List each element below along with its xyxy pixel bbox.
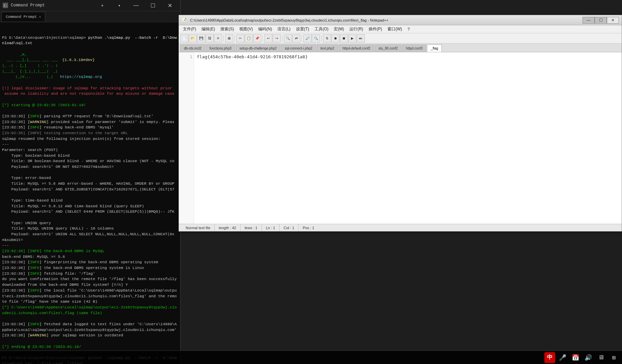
npp-tab-stu80[interactable]: stu_80.conf2 [375,44,402,52]
toolbar-find[interactable]: 🔍 [284,34,292,42]
svg-text:C:: C: [4,4,7,7]
npp-tab-httpdconf[interactable]: httpd.conf3 [402,44,426,52]
npp-tab-httpddefault[interactable]: httpd-default.conf2 [339,44,374,52]
cmd-tab[interactable]: Command Prompt ✕ [1,12,45,21]
menu-macro[interactable]: 宏(M) [331,25,347,33]
status-col: Col : 1 [279,224,299,231]
npp-title-label: C:\Users\14980\AppData\Local\sqlmap\outp… [190,18,580,22]
toolbar-replace[interactable]: ⇄ [292,34,300,42]
npp-minimize-btn[interactable]: — [583,17,595,24]
toolbar-save[interactable]: 💾 [197,34,205,42]
cmd-window: C: Command Prompt + ▾ — ☐ ✕ Command Prom… [0,0,181,364]
cmd-tab-label: Command Prompt [6,15,37,19]
menu-help[interactable]: ? [405,25,412,33]
toolbar-undo[interactable]: ↩ [264,34,272,42]
npp-titlebar: 📝 C:\Users\14980\AppData\Local\sqlmap\ou… [179,15,622,25]
menu-edit[interactable]: 编辑(E) [199,25,218,33]
toolbar-sep6 [321,35,322,42]
npp-toolbar: 📄 📂 💾 🖫 ✕ 🖶 ✂ 📋 📌 ↩ ↪ 🔍 ⇄ 🔎 🔍 ⇅ ⏺ ⏹ ▶ ⏭ [179,33,622,43]
cmd-body: PS D:\Data\secquan\Injection\sqlmap> pyt… [0,22,180,364]
flag-content: flag{454c57be-40eb-41d4-9216-97819268f1a… [197,54,308,59]
toolbar-print[interactable]: 🖶 [225,34,233,42]
status-ln: Ln : 1 [262,224,280,231]
npp-statusbar: Normal text file length : 42 lines : 1 L… [179,224,622,231]
menu-search[interactable]: 搜索(S) [218,25,237,33]
toolbar-sync-scroll[interactable]: ⇅ [323,34,331,42]
taskbar-grid[interactable]: ⊞ [609,352,619,363]
toolbar-open[interactable]: 📂 [189,34,197,42]
npp-maximize-btn[interactable]: ☐ [595,17,607,24]
npp-tab-setup[interactable]: setup-db-challenge.php2 [236,44,280,52]
toolbar-new[interactable]: 📄 [180,34,188,42]
menu-tools[interactable]: 工具(O) [312,25,331,33]
npp-line-numbers: 1 [179,52,194,224]
status-lines: lines : 1 [241,224,262,231]
line-number-1: 1 [179,54,192,61]
toolbar-cut[interactable]: ✂ [236,34,244,42]
taskbar-calendar[interactable]: 📅 [570,352,581,363]
npp-menubar: 文件(F) 编辑(E) 搜索(S) 视图(V) 编码(N) 语言(L) 设置(T… [179,25,622,33]
toolbar-sep2 [235,35,235,42]
cmd-tab-close[interactable]: ✕ [39,15,41,19]
toolbar-play[interactable]: ▶ [348,34,356,42]
sogou-icon[interactable]: 中 [544,352,555,363]
npp-code-area[interactable]: flag{454c57be-40eb-41d4-9216-97819268f1a… [194,52,622,224]
toolbar-zoomout[interactable]: 🔍 [312,34,320,42]
toolbar-run-macro[interactable]: ⏭ [357,34,365,42]
toolbar-redo[interactable]: ↪ [273,34,281,42]
taskbar: 中 🎤 📅 🔊 🖥 ⊞ [0,351,622,364]
toolbar-zoomin[interactable]: 🔎 [303,34,312,42]
npp-controls: — ☐ ✕ [583,17,619,24]
status-filetype: Normal text file [182,224,215,231]
npp-tab-functions[interactable]: functions.php3 [206,44,235,52]
menu-settings[interactable]: 设置(T) [293,25,312,33]
cmd-new-tab-btn[interactable]: + [94,0,110,11]
cmd-window-controls: + ▾ — ☐ ✕ [94,0,178,11]
toolbar-sep3 [263,35,263,42]
npp-close-btn[interactable]: ✕ [607,17,619,24]
cmd-tabbar: Command Prompt ✕ [0,11,180,22]
notepadpp-window: 📝 C:\Users\14980\AppData\Local\sqlmap\ou… [179,15,622,232]
menu-file[interactable]: 文件(F) [180,25,199,33]
cmd-maximize-btn[interactable]: ☐ [145,0,161,11]
status-length: length : 42 [215,224,240,231]
taskbar-display[interactable]: 🖥 [596,352,606,363]
menu-run[interactable]: 运行(R) [347,25,366,33]
npp-editor-area: 1 flag{454c57be-40eb-41d4-9216-97819268f… [179,52,622,224]
menu-window[interactable]: 窗口(W) [385,25,405,33]
toolbar-save-all[interactable]: 🖫 [206,34,214,42]
npp-tab-dbrds[interactable]: db-rds.incl2 [180,44,205,52]
toolbar-close[interactable]: ✕ [214,34,222,42]
cmd-icon: C: [3,3,8,8]
status-pos: Pos : 1 [299,224,318,231]
npp-tabs: db-rds.incl2 functions.php3 setup-db-cha… [179,43,622,52]
toolbar-sep1 [223,35,224,42]
cmd-content: PS D:\Data\secquan\Injection\sqlmap> pyt… [2,35,178,364]
toolbar-sep4 [282,35,282,42]
menu-lang[interactable]: 语言(L) [275,25,293,33]
npp-tab-text[interactable]: text.php2 [317,44,338,52]
toolbar-paste[interactable]: 📌 [253,34,261,42]
cmd-titlebar: C: Command Prompt + ▾ — ☐ ✕ [0,0,180,11]
npp-tab-sqlconnect[interactable]: sql-connect-i.php2 [281,44,316,52]
npp-tab-flag[interactable]: _flag [427,44,442,52]
menu-view[interactable]: 视图(V) [237,25,255,33]
cmd-close-btn[interactable]: ✕ [162,0,178,11]
cmd-title-label: Command Prompt [11,3,92,8]
taskbar-mic[interactable]: 🎤 [557,352,568,363]
cmd-dropdown-btn[interactable]: ▾ [111,0,127,11]
toolbar-stop[interactable]: ⏹ [340,34,348,42]
toolbar-copy[interactable]: 📋 [245,34,253,42]
toolbar-sep5 [302,35,302,42]
toolbar-record[interactable]: ⏺ [331,34,340,42]
taskbar-volume[interactable]: 🔊 [583,352,594,363]
menu-encode[interactable]: 编码(N) [255,25,275,33]
menu-plugins[interactable]: 插件(P) [366,25,385,33]
cmd-minimize-btn[interactable]: — [128,0,144,11]
